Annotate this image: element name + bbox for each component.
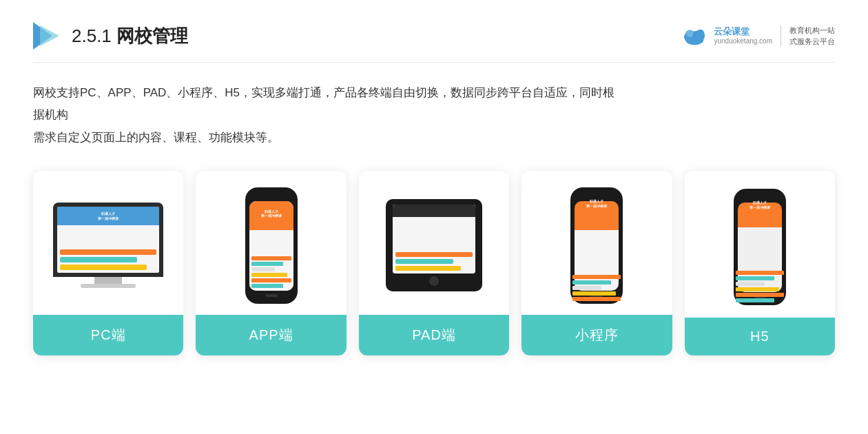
pad-screen: [393, 205, 475, 273]
pad-device-mockup: [386, 199, 482, 291]
brand-url: yunduoketang.com: [714, 37, 772, 45]
card-label-miniapp: 小程序: [521, 315, 672, 355]
pad-screen-content: [393, 205, 475, 273]
miniapp-mockup-area: 职通人才第一届冲榜课: [559, 171, 634, 315]
svg-point-7: [687, 30, 694, 37]
h5-hero-text: 职通人才第一届冲榜课: [750, 203, 770, 209]
brand-divider: [781, 25, 781, 46]
brand-cloud-icon: [681, 23, 710, 48]
app-bar-2: [251, 262, 283, 266]
card-label-h5: H5: [685, 318, 835, 355]
pc-stand: [94, 277, 122, 284]
miniapp-phone-mockup: 职通人才第一届冲榜课: [570, 187, 623, 304]
card-miniapp: 职通人才第一届冲榜课: [521, 171, 672, 355]
logo-arrow-icon: [33, 22, 61, 50]
pad-bar-3: [395, 266, 461, 271]
miniapp-header-bar: 职通人才第一届冲榜课: [575, 201, 619, 220]
pc-screen-outer: 职通人才第一届冲榜课: [53, 203, 163, 277]
miniapp-bar-2: [575, 280, 611, 285]
app-bar-5: [251, 278, 291, 282]
h5-phone-bars: [738, 271, 782, 292]
pad-outer: [386, 199, 482, 291]
app-hero-text: 职通人才第一届冲榜课: [261, 209, 282, 218]
miniapp-phone-bars: [575, 275, 619, 291]
header-right: 云朵课堂 yunduoketang.com 教育机构一站 式服务云平台: [681, 23, 835, 48]
pc-base: [81, 284, 136, 288]
card-label-pad: PAD端: [359, 315, 509, 355]
card-pad: PAD端: [359, 171, 509, 355]
miniapp-phone-screen: 职通人才第一届冲榜课: [575, 201, 619, 291]
pc-screen-inner: 职通人才第一届冲榜课: [57, 207, 159, 273]
pad-home-btn: [429, 276, 439, 286]
h5-bar-2: [738, 276, 774, 280]
pad-bars: [395, 252, 473, 271]
pc-mockup: 职通人才第一届冲榜课: [53, 203, 163, 288]
app-home-btn: [265, 294, 278, 297]
app-phone-outer: 职通人才第一届冲榜课: [245, 187, 298, 304]
miniapp-bar-1: [575, 275, 619, 279]
card-label-pc: PC端: [33, 315, 183, 355]
brand-slogan: 教育机构一站 式服务云平台: [789, 25, 835, 48]
description: 网校支持PC、APP、PAD、小程序、H5，实现多端打通，产品各终端自由切换，数…: [33, 82, 626, 149]
pc-hero-text: 职通人才第一届冲榜课: [98, 211, 118, 220]
brand-name: 云朵课堂: [714, 26, 750, 37]
pad-bar-2: [395, 259, 453, 264]
card-pc: 职通人才第一届冲榜课: [33, 171, 183, 355]
miniapp-screen-content: 职通人才第一届冲榜课: [575, 201, 619, 291]
app-phone-screen: 职通人才第一届冲榜课: [249, 201, 293, 291]
page-container: 2.5.1 网校管理 云朵课堂 yunduoketang.com: [0, 0, 868, 434]
h5-phone-mockup: 职通人才第一届冲榜课: [734, 189, 786, 305]
h5-mockup-area: 职通人才第一届冲榜课: [723, 171, 797, 318]
header: 2.5.1 网校管理 云朵课堂 yunduoketang.com: [33, 22, 835, 63]
pad-bar-1: [395, 252, 473, 257]
card-label-app: APP端: [196, 315, 346, 355]
cards-grid: 职通人才第一届冲榜课: [33, 171, 835, 355]
pc-content-bars: [60, 249, 156, 270]
h5-bar-4: [738, 287, 779, 291]
pc-bar-3: [60, 265, 147, 270]
h5-phone-outer: 职通人才第一届冲榜课: [734, 189, 786, 305]
h5-screen-content: 职通人才第一届冲榜课: [738, 203, 782, 292]
card-app: 职通人才第一届冲榜课: [196, 171, 346, 355]
miniapp-hero-text: 职通人才第一届冲榜课: [586, 201, 607, 208]
h5-bar-3: [738, 282, 765, 286]
app-header-bar: 职通人才第一届冲榜课: [249, 201, 293, 226]
app-mockup-area: 职通人才第一届冲榜课: [234, 171, 309, 315]
pc-header-bar: 职通人才第一届冲榜课: [57, 207, 159, 225]
app-phone-mockup: 职通人才第一届冲榜课: [245, 187, 298, 304]
pad-mockup-area: [375, 171, 493, 315]
svg-point-6: [696, 30, 705, 38]
card-h5: 职通人才第一届冲榜课: [685, 171, 835, 355]
miniapp-bar-3: [575, 286, 601, 290]
page-title: 2.5.1 网校管理: [72, 24, 188, 48]
app-bar-3: [251, 267, 276, 271]
svg-marker-1: [40, 25, 59, 46]
header-left: 2.5.1 网校管理: [33, 22, 188, 50]
h5-phone-screen: 职通人才第一届冲榜课: [738, 203, 782, 292]
brand-logo: 云朵课堂 yunduoketang.com 教育机构一站 式服务云平台: [681, 23, 835, 48]
app-bar-4: [251, 273, 287, 277]
h5-bar-1: [738, 271, 782, 275]
h5-header-bar: 职通人才第一届冲榜课: [738, 203, 782, 221]
app-bar-6: [251, 284, 283, 288]
app-screen-content: 职通人才第一届冲榜课: [249, 201, 293, 291]
brand-text-block: 云朵课堂 yunduoketang.com: [714, 26, 772, 45]
app-bar-1: [251, 256, 291, 260]
pc-bar-2: [60, 257, 137, 262]
app-phone-notch: [263, 194, 280, 198]
app-phone-bars: [251, 256, 291, 288]
pc-screen-content: 职通人才第一届冲榜课: [57, 207, 159, 273]
pc-mockup-area: 职通人才第一届冲榜课: [42, 171, 174, 315]
miniapp-phone-outer: 职通人才第一届冲榜课: [570, 187, 623, 304]
pc-bar-1: [60, 249, 156, 255]
